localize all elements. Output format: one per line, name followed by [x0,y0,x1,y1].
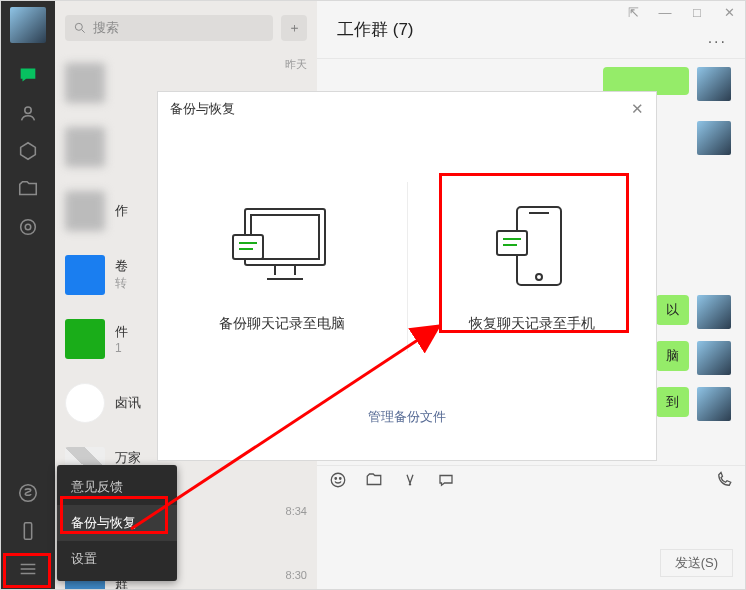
svg-rect-14 [497,231,527,255]
search-input[interactable]: 搜索 [65,15,273,41]
svg-point-8 [340,478,342,480]
restore-to-phone-option[interactable]: 恢复聊天记录至手机 [408,201,657,333]
svg-point-0 [25,107,31,113]
file-icon[interactable] [365,471,383,492]
history-icon[interactable] [437,471,455,492]
manage-backup-link[interactable]: 管理备份文件 [158,408,656,460]
backup-to-pc-option[interactable]: 备份聊天记录至电脑 [158,201,407,333]
emoji-icon[interactable] [329,471,347,492]
search-icon [73,21,87,35]
more-icon[interactable]: ··· [708,33,727,51]
pin-icon[interactable]: ⇱ [623,5,643,20]
popup-settings[interactable]: 设置 [57,541,177,577]
contacts-icon[interactable] [10,95,46,131]
avatar[interactable] [10,7,46,43]
search-placeholder: 搜索 [93,19,119,37]
svg-point-2 [25,224,31,230]
compose-toolbar [317,465,745,497]
call-icon[interactable] [715,471,733,492]
favorites-icon[interactable] [10,133,46,169]
add-button[interactable]: ＋ [281,15,307,41]
screenshot-icon[interactable] [401,471,419,492]
app-window: 搜索 ＋ 昨天 作 卷转 件1 卤讯 万家1栋～ 8:34 群[动画表情]8:3… [0,0,746,590]
restore-to-phone-label: 恢复聊天记录至手机 [469,315,595,333]
chat-title: 工作群 (7) [337,18,414,41]
miniprogram-icon[interactable] [10,475,46,511]
settings-popup: 意见反馈 备份与恢复 设置 [57,465,177,581]
side-nav [1,1,55,589]
svg-point-3 [20,485,37,502]
dialog-close-icon[interactable]: ✕ [631,100,644,118]
svg-point-7 [335,478,337,480]
chat-icon[interactable] [10,57,46,93]
moments-icon[interactable] [10,209,46,245]
close-icon[interactable]: ✕ [719,5,739,20]
backup-restore-dialog: 备份与恢复 ✕ 备份聊天记录至电脑 [157,91,657,461]
svg-point-1 [21,220,36,235]
files-icon[interactable] [10,171,46,207]
phone-icon [477,201,587,293]
maximize-icon[interactable]: □ [687,5,707,20]
popup-backup-restore[interactable]: 备份与恢复 [57,505,177,541]
backup-to-pc-label: 备份聊天记录至电脑 [219,315,345,333]
svg-point-6 [331,473,345,487]
popup-feedback[interactable]: 意见反馈 [57,469,177,505]
svg-rect-4 [24,523,31,540]
menu-icon[interactable] [10,551,46,587]
svg-point-5 [75,23,82,30]
phone-icon[interactable] [10,513,46,549]
svg-rect-11 [233,235,263,259]
minimize-icon[interactable]: — [655,5,675,20]
dialog-title: 备份与恢复 [170,100,235,118]
svg-point-13 [536,274,542,280]
compose-area[interactable]: 发送(S) [317,497,745,589]
pc-icon [227,201,337,293]
window-controls: ⇱ — □ ✕ [623,5,739,20]
send-button[interactable]: 发送(S) [660,549,733,577]
